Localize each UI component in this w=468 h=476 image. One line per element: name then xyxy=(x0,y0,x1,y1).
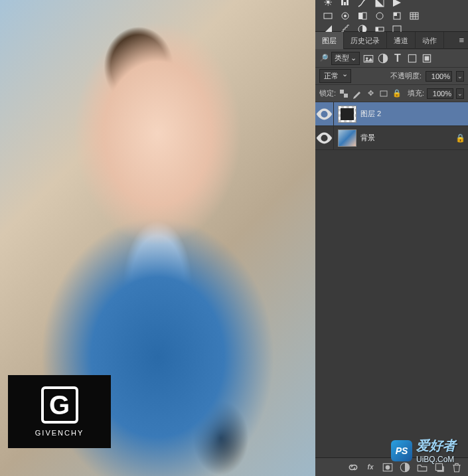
svg-rect-20 xyxy=(340,90,344,94)
layers-panel-tabs: 图层 历史记录 通道 动作 ≡ xyxy=(315,32,468,49)
visibility-toggle[interactable] xyxy=(315,102,334,126)
svg-rect-4 xyxy=(358,13,362,19)
lookup-icon[interactable] xyxy=(408,11,420,21)
tab-history[interactable]: 历史记录 xyxy=(344,32,387,49)
panel-menu-icon[interactable]: ≡ xyxy=(459,35,464,45)
svg-point-6 xyxy=(376,13,383,19)
adjustment-layer-icon[interactable] xyxy=(399,461,411,473)
exposure-icon[interactable] xyxy=(374,0,386,8)
lock-artboard-icon[interactable] xyxy=(378,88,389,99)
delete-icon[interactable] xyxy=(451,461,463,473)
filter-type-icon[interactable]: T xyxy=(392,52,404,64)
layers-panel-footer: fx xyxy=(315,457,468,476)
svg-rect-26 xyxy=(435,463,442,470)
layer-name[interactable]: 背景 xyxy=(360,133,452,143)
filter-search-icon[interactable]: 🔎 xyxy=(319,54,329,62)
lock-pixels-icon[interactable] xyxy=(352,88,362,99)
filter-shape-icon[interactable] xyxy=(406,52,418,64)
new-layer-icon[interactable] xyxy=(433,461,445,473)
fx-icon[interactable]: fx xyxy=(364,461,376,473)
svg-rect-19 xyxy=(425,56,429,60)
bw-icon[interactable] xyxy=(356,11,368,21)
layer-thumbnail[interactable] xyxy=(338,129,356,147)
link-layers-icon[interactable] xyxy=(347,461,359,473)
svg-rect-5 xyxy=(362,13,366,19)
lock-label: 锁定: xyxy=(319,88,336,98)
filter-pixel-icon[interactable] xyxy=(362,52,374,64)
logo-brand: GIVENCHY xyxy=(35,429,84,437)
svg-rect-17 xyxy=(408,54,416,62)
lock-all-icon[interactable]: 🔒 xyxy=(392,88,402,99)
vibrance-icon[interactable] xyxy=(391,0,403,8)
visibility-toggle[interactable] xyxy=(315,126,334,150)
photo-filter-icon[interactable] xyxy=(374,11,386,21)
mask-icon[interactable] xyxy=(382,461,394,473)
filter-smart-icon[interactable] xyxy=(421,52,433,64)
hue-icon[interactable] xyxy=(322,11,334,21)
opacity-label: 不透明度: xyxy=(390,71,422,81)
document-image: G GIVENCHY xyxy=(0,0,315,476)
tab-channels[interactable]: 通道 xyxy=(387,32,416,49)
svg-rect-1 xyxy=(324,13,332,19)
logo-overlay: G GIVENCHY xyxy=(8,375,111,448)
adjustments-panel: ☀ xyxy=(315,0,468,32)
levels-icon[interactable] xyxy=(339,0,351,8)
svg-rect-22 xyxy=(380,91,387,96)
layer-row-layer2[interactable]: 图层 2 xyxy=(315,102,468,126)
blend-mode-select[interactable]: 正常 xyxy=(319,69,351,83)
svg-point-24 xyxy=(386,465,390,469)
layer-thumbnail[interactable] xyxy=(338,106,356,123)
fill-label: 填充: xyxy=(408,88,424,98)
svg-rect-8 xyxy=(394,13,397,16)
layer-row-background[interactable]: 背景 🔒 xyxy=(315,126,468,150)
svg-rect-12 xyxy=(376,27,378,31)
lock-transparent-icon[interactable] xyxy=(339,88,349,99)
curves-icon[interactable] xyxy=(356,0,368,8)
lock-fill-row: 锁定: ✥ 🔒 填充: 100% ⌄ xyxy=(315,85,468,102)
color-balance-icon[interactable] xyxy=(339,11,351,21)
group-icon[interactable] xyxy=(416,461,428,473)
layer-name[interactable]: 图层 2 xyxy=(360,109,468,119)
tab-actions[interactable]: 动作 xyxy=(416,32,444,49)
brightness-icon[interactable]: ☀ xyxy=(322,0,334,8)
lock-icon: 🔒 xyxy=(452,133,468,143)
tab-layers[interactable]: 图层 xyxy=(315,32,344,49)
layers-list: 图层 2 背景 🔒 xyxy=(315,102,468,457)
filter-type-select[interactable]: 类型⌄ xyxy=(331,52,360,65)
svg-rect-21 xyxy=(344,94,348,98)
logo-letter: G xyxy=(41,386,78,424)
fill-dropdown-icon[interactable]: ⌄ xyxy=(456,88,464,99)
svg-rect-9 xyxy=(410,13,418,19)
canvas-area[interactable]: G GIVENCHY xyxy=(0,0,315,476)
lock-position-icon[interactable]: ✥ xyxy=(365,88,376,99)
channel-mixer-icon[interactable] xyxy=(391,11,403,21)
opacity-input[interactable]: 100% xyxy=(426,71,452,82)
fill-input[interactable]: 100% xyxy=(427,88,453,99)
filter-adjust-icon[interactable] xyxy=(377,52,389,64)
layer-filter-bar: 🔎 类型⌄ T xyxy=(315,49,468,68)
opacity-dropdown-icon[interactable]: ⌄ xyxy=(456,71,464,82)
blend-opacity-row: 正常 不透明度: 100% ⌄ xyxy=(315,68,468,85)
svg-point-3 xyxy=(344,15,347,17)
